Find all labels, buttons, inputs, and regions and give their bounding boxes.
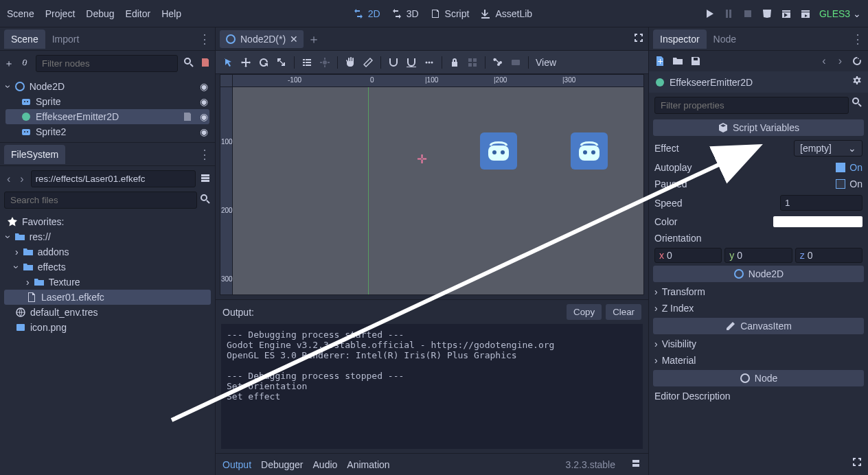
folder-texture[interactable]: Texture — [4, 275, 211, 290]
group-icon[interactable] — [467, 57, 478, 68]
menu-help[interactable]: Help — [161, 8, 181, 19]
script-variables-header[interactable]: Script Variables — [653, 119, 864, 136]
rotate-tool-icon[interactable] — [258, 57, 269, 68]
menu-editor[interactable]: Editor — [126, 8, 151, 19]
nav-forward-icon[interactable]: › — [17, 173, 26, 185]
node-sprite[interactable]: Sprite ◉ — [5, 94, 209, 109]
ruler-tool-icon[interactable] — [363, 57, 374, 68]
tab-script[interactable]: Script — [430, 8, 470, 19]
filter-nodes-input[interactable] — [36, 55, 178, 72]
play-icon[interactable] — [704, 8, 715, 19]
sprite-instance-1[interactable] — [480, 132, 517, 170]
zindex-section[interactable]: Z Index — [649, 300, 868, 316]
pan-tool-icon[interactable] — [345, 57, 356, 68]
settings-icon[interactable] — [852, 76, 863, 89]
origin-marker[interactable]: ✛ — [417, 152, 427, 167]
stop-icon[interactable] — [742, 8, 753, 19]
bottom-tab-output[interactable]: Output — [222, 459, 251, 470]
fullscreen-icon[interactable] — [852, 459, 863, 470]
search-icon[interactable] — [852, 97, 863, 114]
file-icon-png[interactable]: icon.png — [4, 320, 211, 335]
node-emitter[interactable]: EffekseerEmitter2D ◉ — [5, 109, 209, 124]
orientation-x[interactable]: x0 — [654, 248, 722, 263]
nav-back-icon[interactable]: ‹ — [4, 173, 13, 185]
tab-inspector[interactable]: Inspector — [653, 30, 707, 49]
renderer-dropdown[interactable]: GLES3 ⌄ — [819, 8, 861, 19]
list-tool-icon[interactable] — [301, 57, 312, 68]
color-picker[interactable] — [773, 216, 863, 227]
history-icon[interactable] — [852, 56, 863, 67]
expand-icon[interactable] — [15, 246, 19, 257]
history-back-icon[interactable]: ‹ — [819, 55, 828, 67]
tab-3d[interactable]: 3D — [391, 8, 419, 19]
panel-menu-icon[interactable]: ⋮ — [198, 32, 211, 47]
snap-options-icon[interactable] — [424, 57, 435, 68]
move-tool-icon[interactable] — [240, 57, 251, 68]
menu-debug[interactable]: Debug — [86, 8, 114, 19]
bottom-tab-debugger[interactable]: Debugger — [261, 459, 304, 470]
lock-icon[interactable] — [449, 57, 460, 68]
output-log[interactable]: --- Debugging process started --- Godot … — [221, 324, 643, 449]
favorites-row[interactable]: Favorites: — [4, 214, 211, 229]
save-resource-icon[interactable] — [690, 56, 701, 67]
visibility-icon[interactable]: ◉ — [200, 81, 208, 92]
output-clear-button[interactable]: Clear — [606, 304, 641, 320]
autoplay-checkbox[interactable] — [836, 163, 845, 172]
canvasitem-section-header[interactable]: CanvasItem — [653, 318, 864, 334]
bottom-tab-animation[interactable]: Animation — [347, 459, 389, 470]
tab-assetlib[interactable]: AssetLib — [480, 8, 532, 19]
node2d-section-header[interactable]: Node2D — [653, 266, 864, 282]
scale-tool-icon[interactable] — [276, 57, 287, 68]
select-tool-icon[interactable] — [222, 57, 233, 68]
expand-icon[interactable] — [26, 277, 30, 288]
sprite-instance-2[interactable] — [571, 132, 608, 170]
search-files-input[interactable] — [4, 192, 197, 209]
tab-node[interactable]: Node — [707, 30, 743, 49]
canvas-viewport[interactable]: -100 0 |100 |200 |300 100 200 300 − 100 … — [220, 74, 644, 295]
view-mode-icon[interactable] — [200, 172, 211, 185]
tab-scene[interactable]: Scene — [4, 30, 45, 49]
attach-script-icon[interactable] — [200, 57, 211, 70]
speed-input[interactable] — [780, 195, 863, 211]
search-icon[interactable] — [200, 194, 211, 207]
paused-checkbox[interactable] — [836, 179, 845, 189]
expand-icon[interactable] — [7, 81, 10, 92]
menu-scene[interactable]: Scene — [7, 8, 34, 19]
visibility-icon[interactable]: ◉ — [200, 126, 208, 137]
visibility-icon[interactable]: ◉ — [200, 96, 208, 107]
expand-icon[interactable] — [15, 262, 19, 273]
expand-icon[interactable] — [7, 231, 10, 242]
editor-tab-node2d[interactable]: Node2D(*) ✕ — [220, 30, 304, 48]
add-node-icon[interactable]: ＋ — [4, 58, 14, 70]
history-forward-icon[interactable]: › — [836, 55, 845, 67]
folder-effects[interactable]: effects — [4, 259, 211, 275]
path-input[interactable] — [31, 170, 196, 187]
node-root[interactable]: Node2D ◉ — [5, 79, 209, 94]
orientation-z[interactable]: z0 — [795, 248, 863, 263]
effect-dropdown[interactable]: [empty]⌄ — [794, 140, 863, 157]
output-copy-button[interactable]: Copy — [567, 304, 602, 320]
bottom-tab-audio[interactable]: Audio — [313, 459, 338, 470]
transform-section[interactable]: Transform — [649, 283, 868, 300]
visibility-icon[interactable]: ◉ — [200, 111, 208, 122]
folder-root[interactable]: res:// — [4, 229, 211, 244]
link-icon[interactable] — [19, 57, 30, 70]
panel-menu-icon[interactable]: ⋮ — [198, 147, 211, 162]
visibility-section[interactable]: Visibility — [649, 336, 868, 352]
add-tab-icon[interactable]: ＋ — [308, 31, 320, 47]
folder-addons[interactable]: addons — [4, 244, 211, 259]
search-icon[interactable] — [183, 57, 194, 70]
tab-import[interactable]: Import — [45, 30, 87, 49]
animation-icon[interactable] — [510, 57, 521, 68]
html5-icon[interactable] — [762, 8, 773, 19]
panel-menu-icon[interactable]: ⋮ — [852, 32, 864, 47]
tab-2d[interactable]: 2D — [353, 8, 380, 19]
script-indicator-icon[interactable] — [182, 111, 193, 122]
load-resource-icon[interactable] — [672, 56, 683, 67]
layout-toggle-icon[interactable] — [630, 458, 641, 471]
view-menu[interactable]: View — [536, 57, 556, 68]
material-section[interactable]: Material — [649, 352, 868, 369]
tab-filesystem[interactable]: FileSystem — [4, 145, 65, 164]
custom-play-icon[interactable] — [800, 8, 811, 19]
pause-icon[interactable] — [723, 8, 734, 19]
